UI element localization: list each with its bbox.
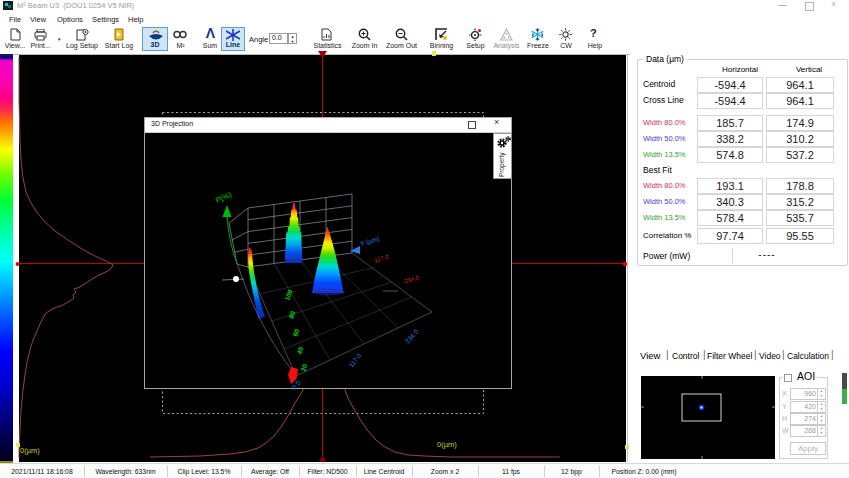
svg-text:80: 80 xyxy=(287,310,296,320)
svg-text:P(%): P(%) xyxy=(214,190,233,205)
svg-text:234.0: 234.0 xyxy=(404,328,420,345)
svg-text:0(µm): 0(µm) xyxy=(20,446,40,455)
svg-text:-234.0: -234.0 xyxy=(402,274,421,285)
svg-text:0(µm): 0(µm) xyxy=(437,440,457,449)
svg-text:117.0: 117.0 xyxy=(347,352,362,369)
svg-text:40: 40 xyxy=(295,346,304,356)
svg-text:-117.0: -117.0 xyxy=(372,253,390,264)
svg-text:100: 100 xyxy=(283,288,293,301)
svg-text:Y (µm): Y (µm) xyxy=(359,235,380,248)
svg-text:60: 60 xyxy=(291,328,300,338)
